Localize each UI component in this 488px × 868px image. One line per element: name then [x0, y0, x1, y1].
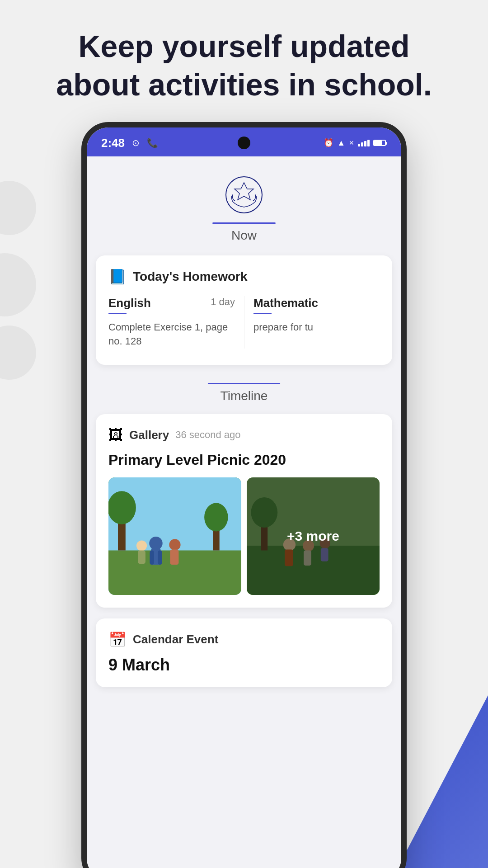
gallery-grid: +3 more: [108, 477, 380, 595]
phone-wrapper: 2:48 ⊙ 📞 ⏰ ▲ ✕: [0, 122, 488, 868]
gallery-time: 36 second ago: [175, 429, 240, 441]
status-icons-right: ⏰ ▲ ✕: [324, 138, 387, 148]
subject-underline-english: [108, 313, 127, 314]
alarm-icon: ⏰: [324, 138, 333, 148]
gallery-event-card[interactable]: 🖼 Gallery 36 second ago Primary Level Pi…: [96, 414, 392, 608]
calendar-event-card[interactable]: 📅 Calendar Event 9 March: [96, 618, 392, 687]
subject-name-english: English: [108, 296, 151, 310]
homework-subjects: English 1 day Complete Exercise 1, page …: [108, 296, 380, 349]
svg-rect-13: [170, 549, 179, 565]
subject-underline-math: [253, 313, 272, 314]
app-content: Now 📘 Today's Homework English: [87, 156, 401, 868]
whatsapp-icon: 📞: [147, 137, 158, 148]
svg-point-8: [149, 537, 162, 550]
gallery-photo-1[interactable]: [108, 477, 241, 595]
signal-icon: [358, 140, 370, 146]
svg-rect-11: [158, 550, 162, 565]
gallery-event-header: 🖼 Gallery 36 second ago: [108, 427, 380, 443]
subject-mathematics[interactable]: Mathematic prepare for tu: [244, 296, 380, 349]
svg-point-14: [136, 540, 147, 551]
notification-icon: ⊙: [132, 137, 140, 148]
status-time: 2:48: [101, 136, 125, 150]
timeline-section: Timeline 🖼 Gallery 36 second ago Primary…: [87, 383, 401, 687]
now-tab-underline: [212, 222, 276, 224]
svg-rect-10: [150, 550, 154, 565]
calendar-event-header: 📅 Calendar Event: [108, 631, 380, 648]
subject-due-english: 1 day: [211, 296, 235, 308]
homework-card: 📘 Today's Homework English 1 day C: [96, 255, 392, 365]
svg-point-7: [204, 503, 228, 531]
homework-header: 📘 Today's Homework: [108, 268, 380, 285]
subject-name-math: Mathematic: [253, 296, 318, 310]
wifi-icon: ▲: [337, 138, 345, 148]
more-overlay: +3 more: [247, 477, 380, 595]
homework-title: Today's Homework: [133, 269, 248, 284]
gallery-icon: 🖼: [108, 427, 123, 443]
svg-marker-1: [235, 183, 253, 200]
calendar-icon: 📅: [108, 631, 127, 648]
svg-point-5: [108, 491, 136, 524]
timeline-tab-label[interactable]: Timeline: [221, 389, 268, 403]
svg-rect-15: [138, 550, 145, 563]
calendar-type: Calendar Event: [133, 632, 218, 646]
homework-icon: 📘: [108, 268, 127, 285]
timeline-tab-container: Timeline: [87, 383, 401, 403]
page-headline: Keep yourself updated about activities i…: [36, 27, 452, 104]
gallery-title: Primary Level Picnic 2020: [108, 452, 380, 468]
now-tab-label[interactable]: Now: [231, 228, 257, 243]
camera-notch: [238, 137, 250, 149]
headline-section: Keep yourself updated about activities i…: [0, 0, 488, 122]
calendar-date: 9 March: [108, 656, 380, 675]
subject-desc-english: Complete Exercise 1, page no. 128: [108, 321, 235, 349]
school-header: Now: [87, 156, 401, 243]
signal-x-icon: ✕: [349, 139, 354, 146]
subject-english[interactable]: English 1 day Complete Exercise 1, page …: [108, 296, 244, 349]
more-count: +3 more: [287, 528, 339, 544]
battery-icon: [373, 140, 387, 146]
gallery-photo-2[interactable]: +3 more: [247, 477, 380, 595]
school-logo: [224, 175, 264, 215]
svg-point-12: [169, 539, 180, 550]
timeline-tab-underline: [208, 383, 280, 384]
phone-frame: 2:48 ⊙ 📞 ⏰ ▲ ✕: [81, 122, 407, 868]
subject-desc-math: prepare for tu: [253, 321, 371, 335]
gallery-type: Gallery: [129, 428, 169, 442]
now-tab-container: Now: [96, 222, 392, 243]
